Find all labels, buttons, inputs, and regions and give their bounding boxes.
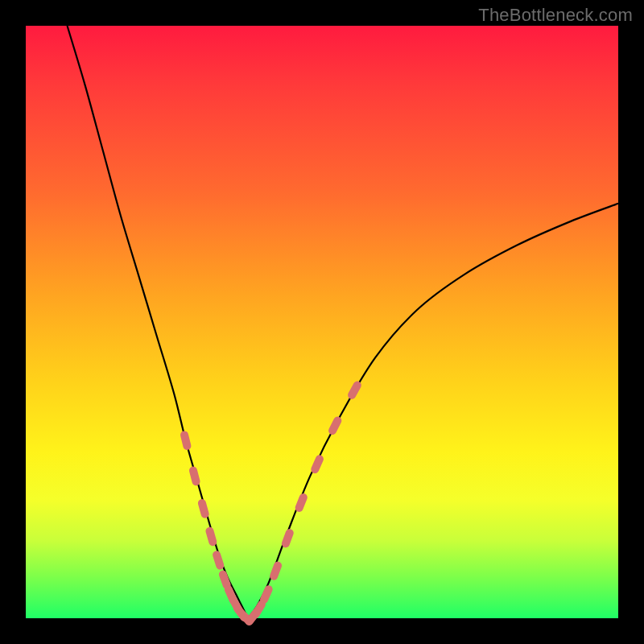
dotted-dash xyxy=(184,435,187,446)
dotted-dash xyxy=(256,605,262,614)
dotted-dash xyxy=(217,555,220,565)
dotted-dash xyxy=(202,503,205,514)
dotted-overlay-left xyxy=(184,435,249,621)
chart-svg xyxy=(26,26,618,618)
curve-right-branch xyxy=(248,204,618,618)
dotted-dash xyxy=(286,533,290,543)
dotted-dash xyxy=(274,566,278,576)
dotted-dash xyxy=(352,386,357,395)
dotted-dash xyxy=(223,575,227,585)
dotted-overlay-right xyxy=(250,386,357,622)
dotted-dash xyxy=(193,471,196,482)
plot-area xyxy=(26,26,618,618)
dotted-dash xyxy=(299,497,303,508)
curve-left-branch xyxy=(68,26,248,618)
chart-frame: TheBottleneck.com xyxy=(0,0,644,644)
dotted-dash xyxy=(315,459,320,469)
dotted-dash xyxy=(264,589,269,600)
dotted-dash xyxy=(332,421,337,431)
dotted-dash xyxy=(209,531,213,542)
watermark-text: TheBottleneck.com xyxy=(478,5,633,26)
